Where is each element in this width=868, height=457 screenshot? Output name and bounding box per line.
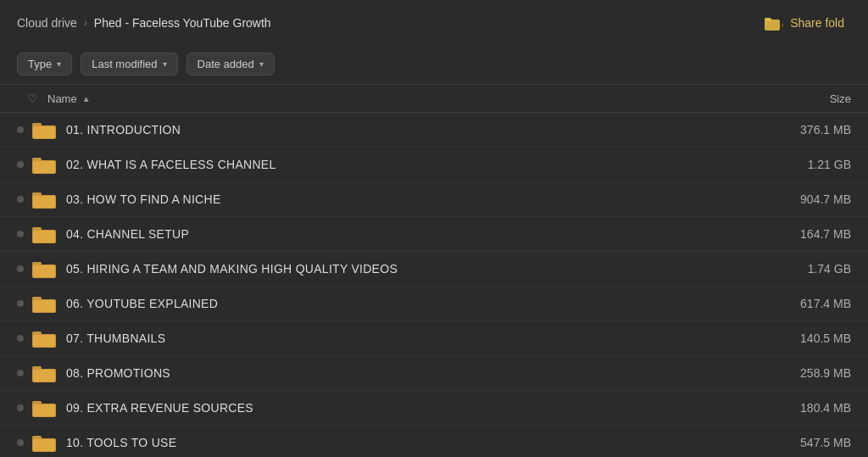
file-name: 09. EXTRA REVENUE SOURCES (66, 401, 758, 415)
file-size: 547.5 MB (758, 436, 851, 449)
table-row[interactable]: 02. WHAT IS A FACELESS CHANNEL 1.21 GB (0, 148, 868, 182)
share-folder-label: Share fold (790, 16, 844, 30)
file-name: 02. WHAT IS A FACELESS CHANNEL (66, 158, 758, 171)
filter-type-button[interactable]: Type ▾ (17, 53, 72, 75)
file-name: 05. HIRING A TEAM AND MAKING HIGH QUALIT… (66, 262, 758, 276)
col-size-label: Size (830, 92, 851, 105)
col-name-label: Name (47, 92, 77, 105)
folder-icon (32, 364, 56, 382)
row-dot (17, 439, 24, 446)
row-dot (17, 265, 24, 272)
svg-rect-29 (33, 404, 55, 416)
svg-rect-5 (33, 126, 55, 138)
table-row[interactable]: 09. EXTRA REVENUE SOURCES 180.4 MB (0, 391, 868, 426)
folder-icon (32, 433, 56, 452)
header-name-col[interactable]: Name ▲ (47, 92, 758, 105)
filter-last-modified-label: Last modified (92, 58, 157, 70)
row-dot (17, 161, 24, 168)
file-name: 03. HOW TO FIND A NICHE (66, 192, 758, 206)
table-row[interactable]: 01. INTRODUCTION 376.1 MB (0, 113, 868, 148)
svg-rect-1 (765, 18, 771, 21)
row-dot (17, 335, 24, 342)
file-size: 617.4 MB (758, 297, 851, 310)
breadcrumb: Cloud drive › Phed - Faceless YouTube Gr… (17, 16, 271, 30)
filter-last-modified-button[interactable]: Last modified ▾ (81, 53, 177, 75)
table-header: ♡ Name ▲ Size (0, 84, 868, 113)
file-name: 04. CHANNEL SETUP (66, 227, 758, 241)
filter-type-label: Type (28, 58, 52, 70)
file-size: 258.9 MB (758, 366, 851, 380)
breadcrumb-current: Phed - Faceless YouTube Growth (94, 16, 271, 30)
table-row[interactable]: 07. THUMBNAILS 140.5 MB (0, 321, 868, 356)
header-heart-col: ♡ (17, 92, 47, 105)
top-bar: Cloud drive › Phed - Faceless YouTube Gr… (0, 0, 868, 46)
share-folder-button[interactable]: ↗ Share fold (758, 12, 851, 34)
file-size: 180.4 MB (758, 401, 851, 415)
filter-date-added-label: Date added (198, 58, 254, 70)
folder-icon (32, 120, 56, 139)
header-size-col[interactable]: Size (758, 92, 851, 105)
file-name: 01. INTRODUCTION (66, 123, 758, 137)
folder-icon (32, 329, 56, 348)
chevron-down-icon: ▾ (163, 59, 167, 69)
row-dot (17, 370, 24, 376)
svg-rect-11 (33, 196, 55, 208)
svg-rect-23 (33, 335, 55, 347)
svg-text:↗: ↗ (781, 20, 783, 28)
file-size: 1.74 GB (758, 262, 851, 276)
chevron-down-icon: ▾ (57, 59, 61, 69)
row-dot (17, 404, 24, 411)
folder-icon (32, 294, 56, 313)
folder-icon (32, 155, 56, 174)
file-list: 01. INTRODUCTION 376.1 MB 02. WHAT IS A … (0, 113, 868, 457)
row-dot (17, 231, 24, 237)
file-size: 1.21 GB (758, 158, 851, 171)
breadcrumb-separator: › (84, 17, 87, 29)
svg-rect-17 (33, 265, 55, 277)
folder-icon (32, 398, 56, 417)
svg-rect-26 (33, 370, 55, 382)
file-name: 10. TOOLS TO USE (66, 436, 758, 449)
file-size: 376.1 MB (758, 123, 851, 137)
svg-rect-20 (33, 300, 55, 312)
share-folder-icon: ↗ (765, 15, 783, 31)
folder-icon (32, 259, 56, 278)
table-row[interactable]: 03. HOW TO FIND A NICHE 904.7 MB (0, 182, 868, 217)
sort-arrow-icon: ▲ (82, 94, 91, 103)
row-dot (17, 196, 24, 203)
file-size: 904.7 MB (758, 192, 851, 206)
file-size: 164.7 MB (758, 227, 851, 241)
file-size: 140.5 MB (758, 332, 851, 345)
table-row[interactable]: 05. HIRING A TEAM AND MAKING HIGH QUALIT… (0, 252, 868, 287)
breadcrumb-root[interactable]: Cloud drive (17, 16, 77, 30)
heart-icon: ♡ (27, 92, 38, 105)
file-name: 06. YOUTUBE EXPLAINED (66, 297, 758, 310)
svg-rect-32 (33, 439, 55, 451)
file-name: 08. PROMOTIONS (66, 366, 758, 380)
row-dot (17, 126, 24, 133)
folder-icon (32, 190, 56, 209)
filter-date-added-button[interactable]: Date added ▾ (186, 53, 275, 75)
table-row[interactable]: 06. YOUTUBE EXPLAINED 617.4 MB (0, 287, 868, 321)
svg-rect-8 (33, 161, 55, 173)
table-row[interactable]: 08. PROMOTIONS 258.9 MB (0, 356, 868, 391)
row-dot (17, 300, 24, 307)
file-name: 07. THUMBNAILS (66, 332, 758, 345)
folder-icon (32, 225, 56, 243)
svg-rect-14 (33, 231, 55, 242)
table-row[interactable]: 10. TOOLS TO USE 547.5 MB (0, 426, 868, 457)
chevron-down-icon: ▾ (259, 59, 264, 69)
filter-bar: Type ▾ Last modified ▾ Date added ▾ (0, 46, 868, 84)
table-row[interactable]: 04. CHANNEL SETUP 164.7 MB (0, 217, 868, 252)
